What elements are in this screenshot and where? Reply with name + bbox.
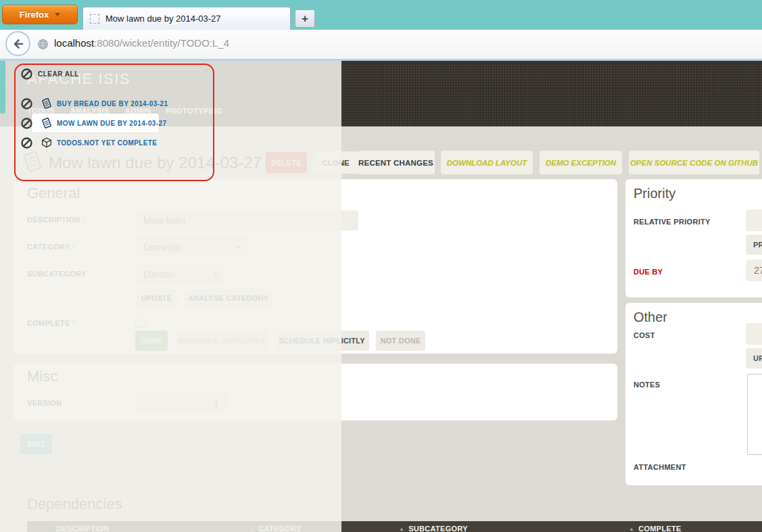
tab-title: Mow lawn due by 2014-03-27 [105,14,221,24]
update-cost-button[interactable]: UPDATE COST [746,348,762,368]
bookmark-link-mow-lawn[interactable]: MOW LAWN DUE BY 2014-03-27 [57,120,166,127]
download-layout-button[interactable]: DOWNLOAD LAYOUT [441,151,533,174]
globe-icon [37,39,49,50]
other-section: Other COST UPDATE COST NOTES ATTACHMENT [625,303,762,485]
dropdown-caret-icon [55,13,60,16]
notes-label: NOTES [634,381,660,389]
url-path: :8080/wicket/entity/TODO:L_4 [94,37,229,49]
chrome-edge-sliver [0,61,5,114]
remove-bookmark-icon[interactable] [20,97,33,110]
relative-priority-label: RELATIVE PRIORITY [634,218,711,226]
back-button[interactable] [5,31,30,56]
cost-field[interactable] [746,323,762,345]
page-favicon-icon [90,14,99,24]
priority-heading: Priority [634,186,675,201]
todo-item-icon [41,117,53,129]
recent-changes-button[interactable]: RECENT CHANGES [357,151,435,174]
clear-all-row[interactable]: CLEAR ALL [0,66,79,81]
column-header-complete[interactable]: ▲ COMPLETE [629,525,682,532]
open-source-button[interactable]: OPEN SOURCE CODE ON GITHUB [629,151,759,174]
demo-exception-button[interactable]: DEMO EXCEPTION [540,151,622,174]
todo-item-icon [41,97,53,110]
bookmarks-panel: CLEAR ALL BUY BREAD DUE BY 2014-03-21 [0,61,341,223]
bookmark-link-buy-bread[interactable]: BUY BREAD DUE BY 2014-03-21 [57,100,168,107]
back-arrow-icon [11,37,25,51]
previous-button[interactable]: PREVIOUS [746,235,762,255]
due-by-label: DUE BY [634,268,663,276]
bookmark-row: MOW LAWN DUE BY 2014-03-27 [0,116,166,130]
firefox-menu-button[interactable]: Firefox [2,5,78,24]
clear-all-icon [20,68,33,80]
remove-bookmark-icon[interactable] [20,137,33,149]
not-done-button[interactable]: NOT DONE [376,331,425,351]
relative-priority-field[interactable] [746,210,762,231]
bookmark-link-not-yet-complete[interactable]: TODOS.NOT YET COMPLETE [57,139,157,147]
sort-arrow-icon: ▲ [629,526,634,532]
other-heading: Other [634,310,667,325]
browser-tab[interactable]: Mow lawn due by 2014-03-27 [82,7,291,30]
column-header-subcategory[interactable]: ▲ SUBCATEGORY [399,525,468,532]
clear-all-label: CLEAR ALL [38,70,79,78]
remove-bookmark-icon[interactable] [20,117,33,130]
attachment-label: ATTACHMENT [634,463,686,471]
sort-arrow-icon: ▲ [399,526,404,532]
url-text[interactable]: localhost:8080/wicket/entity/TODO:L_4 [54,37,229,49]
due-by-field[interactable]: 27-03-2014 [746,260,762,281]
new-tab-button[interactable]: + [295,9,315,28]
notes-textarea[interactable] [747,374,762,455]
bookmark-row: BUY BREAD DUE BY 2014-03-21 [0,96,168,111]
bookmark-row: TODOS.NOT YET COMPLETE [0,135,157,150]
url-host: localhost [54,37,94,49]
object-cube-icon [41,137,53,149]
firefox-menu-label: Firefox [20,9,49,20]
browser-chrome: Firefox Mow lawn due by 2014-03-27 + loc… [0,0,762,61]
priority-section: Priority RELATIVE PRIORITY PREVIOUS DUE … [625,179,762,297]
cost-label: COST [634,331,655,339]
screenshot-root: Firefox Mow lawn due by 2014-03-27 + loc… [0,0,762,532]
url-bar: localhost:8080/wicket/entity/TODO:L_4 [0,30,762,61]
